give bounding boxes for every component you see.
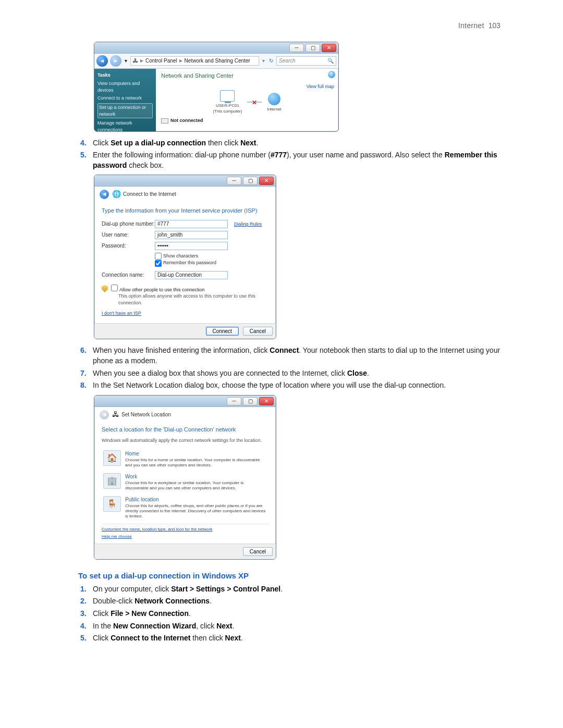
main-pane: ? Network and Sharing Center View full m… bbox=[156, 69, 338, 131]
search-input[interactable]: Search 🔍 bbox=[276, 56, 336, 66]
tasks-link[interactable]: View computers and devices bbox=[97, 80, 153, 93]
breadcrumb-item[interactable]: Control Panel bbox=[145, 57, 177, 65]
forward-button[interactable]: ► bbox=[110, 55, 121, 67]
wizard-prompt: Select a location for the 'Dial-up Conne… bbox=[102, 426, 268, 434]
steps-list-xp: On your computer, click Start > Settings… bbox=[78, 584, 500, 644]
location-option[interactable]: HomeChoose this for a home or similar lo… bbox=[102, 448, 268, 471]
close-button[interactable]: ✕ bbox=[322, 44, 336, 52]
location-desc: Choose this for a workplace or similar l… bbox=[125, 480, 267, 491]
password-label: Password: bbox=[102, 242, 155, 250]
chapter-name: Internet bbox=[458, 21, 484, 30]
wizard-prompt: Type the information from your Internet … bbox=[102, 207, 268, 215]
location-option[interactable]: Public locationChoose this for airports,… bbox=[102, 493, 268, 522]
no-isp-link[interactable]: I don't have an ISP bbox=[102, 310, 141, 317]
steps-list-a: Click Set up a dial-up connection then c… bbox=[78, 138, 500, 171]
page-number: 103 bbox=[488, 21, 500, 30]
location-title: Home bbox=[125, 450, 267, 458]
tasks-link[interactable]: Set up a connection or network bbox=[97, 103, 153, 118]
help-icon[interactable]: ? bbox=[328, 71, 335, 78]
allow-others-checkbox[interactable]: Allow other people to use this connectio… bbox=[111, 285, 205, 293]
page-header: Internet 103 bbox=[78, 21, 500, 31]
breadcrumb-icon: 🖧 bbox=[133, 57, 138, 65]
back-button[interactable]: ◄ bbox=[96, 55, 108, 67]
step-item: Double-click Network Connections. bbox=[78, 596, 500, 607]
main-title: Network and Sharing Center bbox=[161, 72, 333, 80]
connect-button[interactable]: Connect bbox=[206, 327, 239, 336]
cancel-button[interactable]: Cancel bbox=[243, 327, 273, 336]
cancel-button[interactable]: Cancel bbox=[243, 547, 273, 556]
row-username: User name: john_smith bbox=[102, 231, 268, 239]
titlebar: ─ ▢ ✕ bbox=[94, 396, 276, 407]
wizard-sub: Windows will automatically apply the cor… bbox=[102, 437, 268, 444]
minimize-button[interactable]: ─ bbox=[227, 397, 241, 405]
location-desc: Choose this for airports, coffee shops, … bbox=[125, 503, 267, 519]
titlebar: ─ ▢ ✕ bbox=[94, 175, 276, 187]
steps-list-b: When you have finished entering the info… bbox=[78, 346, 500, 390]
view-full-map-link[interactable]: View full map bbox=[307, 83, 334, 90]
location-icon bbox=[103, 450, 121, 466]
tasks-pane: Tasks View computers and devicesConnect … bbox=[94, 69, 156, 131]
phone-label: Dial-up phone number: bbox=[102, 220, 155, 228]
step-item: In the New Connection Wizard, click Next… bbox=[78, 621, 500, 632]
allow-others-row: Allow other people to use this connectio… bbox=[102, 285, 268, 293]
location-icon bbox=[103, 496, 121, 512]
row-connection-name: Connection name: Dial-up Connection bbox=[102, 271, 268, 279]
dialog-footer: Connect Cancel bbox=[94, 323, 276, 339]
dialog-footer: Cancel bbox=[94, 544, 276, 559]
tasks-link[interactable]: Connect to a network bbox=[97, 95, 153, 102]
connection-name-label: Connection name: bbox=[102, 272, 155, 279]
username-label: User name: bbox=[102, 231, 155, 239]
location-option[interactable]: WorkChoose this for a workplace or simil… bbox=[102, 471, 268, 493]
show-characters-checkbox[interactable]: Show characters bbox=[155, 253, 268, 260]
node-internet: Internet bbox=[267, 93, 281, 112]
wizard-title: Set Network Location bbox=[121, 411, 171, 418]
connection-name-input[interactable]: Dial-up Connection bbox=[155, 271, 228, 279]
phone-input[interactable]: #777 bbox=[155, 220, 228, 228]
maximize-button[interactable]: ▢ bbox=[243, 397, 258, 405]
titlebar: ─ ▢ ✕ bbox=[94, 42, 338, 54]
back-button[interactable]: ◄ bbox=[100, 410, 109, 419]
connection-line: ✕ bbox=[247, 102, 262, 103]
dialing-rules-link[interactable]: Dialing Rules bbox=[234, 221, 262, 228]
screenshot-connect-to-internet: ─ ▢ ✕ ◄ 🌐 Connect to the Internet Type t… bbox=[94, 175, 276, 339]
step-item: Enter the following information: dial-up… bbox=[78, 150, 500, 170]
shield-icon bbox=[102, 285, 108, 292]
step-item: Click Connect to the Internet then click… bbox=[78, 633, 500, 644]
node-sublabel: (This computer) bbox=[213, 108, 242, 114]
location-desc: Choose this for a home or similar locati… bbox=[125, 458, 267, 468]
screenshot-set-network-location: ─ ▢ ✕ ◄ 🖧 Set Network Location Select a … bbox=[94, 395, 276, 560]
address-toolbar: ◄ ► ▾ 🖧 ▶ Control Panel ▶ Network and Sh… bbox=[94, 54, 338, 69]
back-button[interactable]: ◄ bbox=[100, 190, 109, 199]
node-this-computer: USER-PC01 (This computer) bbox=[213, 90, 242, 114]
remember-password-checkbox[interactable]: Remember this password bbox=[155, 260, 268, 266]
maximize-button[interactable]: ▢ bbox=[243, 177, 258, 185]
globe-icon: 🌐 bbox=[112, 189, 121, 200]
close-button[interactable]: ✕ bbox=[259, 177, 274, 185]
not-connected-status: Not connected bbox=[161, 117, 333, 124]
network-diagram: USER-PC01 (This computer) ✕ Internet bbox=[161, 90, 333, 114]
wizard-title: Connect to the Internet bbox=[123, 191, 176, 198]
step-item: When you have finished entering the info… bbox=[78, 346, 500, 366]
step-item: Click File > New Connection. bbox=[78, 609, 500, 619]
step-item: In the Set Network Location dialog box, … bbox=[78, 380, 500, 391]
minimize-button[interactable]: ─ bbox=[227, 177, 241, 185]
username-input[interactable]: john_smith bbox=[155, 231, 228, 239]
customize-link[interactable]: Customize the name, location type, and i… bbox=[102, 526, 268, 532]
maximize-button[interactable]: ▢ bbox=[305, 44, 320, 52]
location-title: Public location bbox=[125, 496, 267, 503]
nic-icon bbox=[161, 118, 168, 124]
breadcrumb[interactable]: 🖧 ▶ Control Panel ▶ Network and Sharing … bbox=[130, 56, 259, 66]
node-label: USER-PC01 bbox=[213, 103, 242, 108]
help-me-choose-link[interactable]: Help me choose bbox=[102, 534, 268, 539]
step-item: Click Set up a dial-up connection then c… bbox=[78, 138, 500, 149]
minimize-button[interactable]: ─ bbox=[289, 44, 304, 52]
step-item: When you see a dialog box that shows you… bbox=[78, 368, 500, 379]
node-label: Internet bbox=[267, 106, 281, 112]
network-icon: 🖧 bbox=[112, 410, 119, 420]
row-phone: Dial-up phone number: #777 Dialing Rules bbox=[102, 220, 268, 228]
password-input[interactable]: •••••• bbox=[155, 242, 228, 250]
tasks-link[interactable]: Manage network connections bbox=[97, 120, 153, 131]
row-password: Password: •••••• bbox=[102, 242, 268, 250]
breadcrumb-item[interactable]: Network and Sharing Center bbox=[185, 57, 250, 65]
close-button[interactable]: ✕ bbox=[259, 397, 274, 405]
